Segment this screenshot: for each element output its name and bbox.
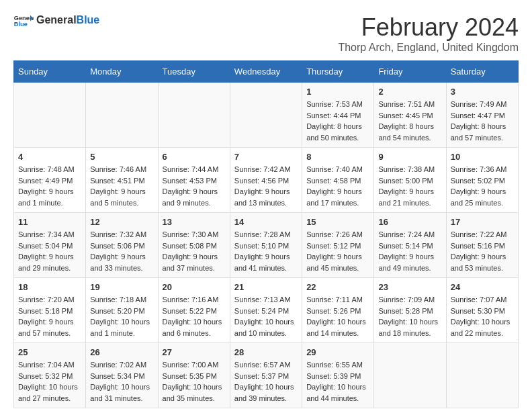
calendar-cell: 9Sunrise: 7:38 AMSunset: 5:00 PMDaylight… bbox=[374, 148, 446, 213]
calendar-cell: 1Sunrise: 7:53 AMSunset: 4:44 PMDaylight… bbox=[302, 83, 374, 148]
day-number: 16 bbox=[378, 217, 441, 227]
logo-general-text: General bbox=[36, 14, 77, 26]
day-info: Sunrise: 7:32 AMSunset: 5:06 PMDaylight:… bbox=[90, 229, 153, 273]
calendar-header-row: SundayMondayTuesdayWednesdayThursdayFrid… bbox=[14, 61, 519, 83]
calendar-week-row: 25Sunrise: 7:04 AMSunset: 5:32 PMDayligh… bbox=[14, 343, 519, 408]
day-info: Sunrise: 6:57 AMSunset: 5:37 PMDaylight:… bbox=[234, 359, 298, 404]
calendar-week-row: 18Sunrise: 7:20 AMSunset: 5:18 PMDayligh… bbox=[14, 278, 519, 343]
day-number: 12 bbox=[90, 217, 153, 227]
svg-text:Blue: Blue bbox=[14, 21, 28, 27]
calendar-cell: 22Sunrise: 7:11 AMSunset: 5:26 PMDayligh… bbox=[302, 278, 374, 343]
calendar-cell: 12Sunrise: 7:32 AMSunset: 5:06 PMDayligh… bbox=[86, 213, 158, 278]
day-number: 21 bbox=[234, 282, 298, 292]
day-number: 15 bbox=[306, 217, 369, 227]
calendar-cell: 6Sunrise: 7:44 AMSunset: 4:53 PMDaylight… bbox=[158, 148, 230, 213]
page-header: General Blue GeneralBlue February 2024 T… bbox=[13, 13, 519, 54]
day-info: Sunrise: 7:07 AMSunset: 5:30 PMDaylight:… bbox=[451, 294, 514, 338]
calendar-week-row: 1Sunrise: 7:53 AMSunset: 4:44 PMDaylight… bbox=[14, 83, 519, 148]
logo-blue-text: Blue bbox=[77, 14, 100, 26]
day-number: 6 bbox=[163, 152, 226, 162]
calendar-cell: 17Sunrise: 7:22 AMSunset: 5:16 PMDayligh… bbox=[446, 213, 518, 278]
header-day-saturday: Saturday bbox=[446, 61, 518, 83]
day-number: 11 bbox=[18, 217, 81, 227]
calendar-cell: 24Sunrise: 7:07 AMSunset: 5:30 PMDayligh… bbox=[446, 278, 518, 343]
day-info: Sunrise: 7:40 AMSunset: 4:58 PMDaylight:… bbox=[306, 164, 369, 208]
title-section: February 2024 Thorp Arch, England, Unite… bbox=[338, 13, 519, 54]
calendar-cell bbox=[14, 83, 86, 148]
day-number: 13 bbox=[163, 217, 226, 227]
day-info: Sunrise: 7:46 AMSunset: 4:51 PMDaylight:… bbox=[90, 164, 153, 208]
day-info: Sunrise: 7:24 AMSunset: 5:14 PMDaylight:… bbox=[378, 229, 441, 273]
day-info: Sunrise: 7:30 AMSunset: 5:08 PMDaylight:… bbox=[163, 229, 226, 273]
day-number: 25 bbox=[18, 347, 81, 357]
calendar-cell: 5Sunrise: 7:46 AMSunset: 4:51 PMDaylight… bbox=[86, 148, 158, 213]
day-number: 20 bbox=[163, 282, 226, 292]
day-info: Sunrise: 7:11 AMSunset: 5:26 PMDaylight:… bbox=[306, 294, 369, 338]
day-info: Sunrise: 7:13 AMSunset: 5:24 PMDaylight:… bbox=[234, 294, 298, 338]
calendar-cell bbox=[446, 343, 518, 408]
calendar-cell: 19Sunrise: 7:18 AMSunset: 5:20 PMDayligh… bbox=[86, 278, 158, 343]
day-info: Sunrise: 7:26 AMSunset: 5:12 PMDaylight:… bbox=[306, 229, 369, 273]
calendar-week-row: 4Sunrise: 7:48 AMSunset: 4:49 PMDaylight… bbox=[14, 148, 519, 213]
calendar-cell: 3Sunrise: 7:49 AMSunset: 4:47 PMDaylight… bbox=[446, 83, 518, 148]
calendar-cell: 28Sunrise: 6:57 AMSunset: 5:37 PMDayligh… bbox=[230, 343, 302, 408]
month-title: February 2024 bbox=[338, 13, 519, 42]
calendar-cell: 27Sunrise: 7:00 AMSunset: 5:35 PMDayligh… bbox=[158, 343, 230, 408]
day-number: 3 bbox=[451, 87, 514, 97]
day-number: 19 bbox=[90, 282, 153, 292]
day-info: Sunrise: 7:18 AMSunset: 5:20 PMDaylight:… bbox=[90, 294, 153, 338]
day-info: Sunrise: 7:34 AMSunset: 5:04 PMDaylight:… bbox=[18, 229, 81, 273]
day-number: 27 bbox=[163, 347, 226, 357]
day-number: 28 bbox=[234, 347, 298, 357]
day-number: 2 bbox=[378, 87, 441, 97]
day-info: Sunrise: 7:53 AMSunset: 4:44 PMDaylight:… bbox=[306, 99, 369, 143]
calendar-cell: 2Sunrise: 7:51 AMSunset: 4:45 PMDaylight… bbox=[374, 83, 446, 148]
day-number: 14 bbox=[234, 217, 298, 227]
calendar-cell bbox=[158, 83, 230, 148]
calendar-cell: 15Sunrise: 7:26 AMSunset: 5:12 PMDayligh… bbox=[302, 213, 374, 278]
day-info: Sunrise: 7:28 AMSunset: 5:10 PMDaylight:… bbox=[234, 229, 298, 273]
calendar-cell: 26Sunrise: 7:02 AMSunset: 5:34 PMDayligh… bbox=[86, 343, 158, 408]
day-info: Sunrise: 7:02 AMSunset: 5:34 PMDaylight:… bbox=[90, 359, 153, 404]
day-info: Sunrise: 7:49 AMSunset: 4:47 PMDaylight:… bbox=[451, 99, 514, 143]
location-title: Thorp Arch, England, United Kingdom bbox=[338, 42, 519, 54]
calendar-cell: 29Sunrise: 6:55 AMSunset: 5:39 PMDayligh… bbox=[302, 343, 374, 408]
header-day-monday: Monday bbox=[86, 61, 158, 83]
day-number: 8 bbox=[306, 152, 369, 162]
calendar-cell: 20Sunrise: 7:16 AMSunset: 5:22 PMDayligh… bbox=[158, 278, 230, 343]
day-number: 17 bbox=[451, 217, 514, 227]
day-info: Sunrise: 7:04 AMSunset: 5:32 PMDaylight:… bbox=[18, 359, 81, 404]
day-info: Sunrise: 6:55 AMSunset: 5:39 PMDaylight:… bbox=[306, 359, 369, 404]
day-number: 22 bbox=[306, 282, 369, 292]
day-number: 23 bbox=[378, 282, 441, 292]
day-number: 5 bbox=[90, 152, 153, 162]
calendar-cell: 21Sunrise: 7:13 AMSunset: 5:24 PMDayligh… bbox=[230, 278, 302, 343]
header-day-sunday: Sunday bbox=[14, 61, 86, 83]
header-day-thursday: Thursday bbox=[302, 61, 374, 83]
day-number: 24 bbox=[451, 282, 514, 292]
header-day-wednesday: Wednesday bbox=[230, 61, 302, 83]
day-info: Sunrise: 7:44 AMSunset: 4:53 PMDaylight:… bbox=[163, 164, 226, 208]
day-info: Sunrise: 7:16 AMSunset: 5:22 PMDaylight:… bbox=[163, 294, 226, 338]
calendar-cell: 7Sunrise: 7:42 AMSunset: 4:56 PMDaylight… bbox=[230, 148, 302, 213]
logo-icon: General Blue bbox=[13, 13, 34, 27]
day-number: 1 bbox=[306, 87, 369, 97]
day-number: 7 bbox=[234, 152, 298, 162]
calendar-cell: 8Sunrise: 7:40 AMSunset: 4:58 PMDaylight… bbox=[302, 148, 374, 213]
day-info: Sunrise: 7:48 AMSunset: 4:49 PMDaylight:… bbox=[18, 164, 81, 208]
calendar-week-row: 11Sunrise: 7:34 AMSunset: 5:04 PMDayligh… bbox=[14, 213, 519, 278]
day-info: Sunrise: 7:09 AMSunset: 5:28 PMDaylight:… bbox=[378, 294, 441, 338]
calendar-cell: 16Sunrise: 7:24 AMSunset: 5:14 PMDayligh… bbox=[374, 213, 446, 278]
day-info: Sunrise: 7:38 AMSunset: 5:00 PMDaylight:… bbox=[378, 164, 441, 208]
calendar-cell: 23Sunrise: 7:09 AMSunset: 5:28 PMDayligh… bbox=[374, 278, 446, 343]
calendar-cell bbox=[230, 83, 302, 148]
day-info: Sunrise: 7:42 AMSunset: 4:56 PMDaylight:… bbox=[234, 164, 298, 208]
day-number: 4 bbox=[18, 152, 81, 162]
header-day-friday: Friday bbox=[374, 61, 446, 83]
day-info: Sunrise: 7:36 AMSunset: 5:02 PMDaylight:… bbox=[451, 164, 514, 208]
day-info: Sunrise: 7:22 AMSunset: 5:16 PMDaylight:… bbox=[451, 229, 514, 273]
calendar-cell: 11Sunrise: 7:34 AMSunset: 5:04 PMDayligh… bbox=[14, 213, 86, 278]
calendar-cell bbox=[374, 343, 446, 408]
day-number: 29 bbox=[306, 347, 369, 357]
day-number: 18 bbox=[18, 282, 81, 292]
